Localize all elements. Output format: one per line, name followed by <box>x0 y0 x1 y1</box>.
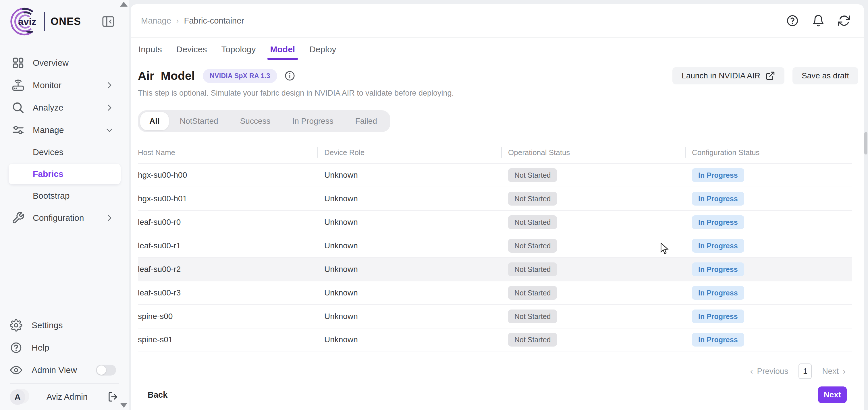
info-icon[interactable] <box>284 70 296 82</box>
column-header-host-name[interactable]: Host Name <box>138 147 317 158</box>
device-role-cell: Unknown <box>317 241 501 250</box>
table-row[interactable]: leaf-su00-r0 Unknown Not Started In Prog… <box>138 210 852 234</box>
breadcrumb-current: Fabric-container <box>184 16 244 26</box>
operational-status-badge: Not Started <box>508 286 557 300</box>
configuration-status-cell: In Progress <box>685 215 852 229</box>
refresh-icon[interactable] <box>838 14 851 27</box>
host-name-cell: spine-s01 <box>138 335 317 344</box>
admin-view-toggle[interactable] <box>96 365 116 376</box>
sidebar-item-label: Manage <box>33 125 64 135</box>
configuration-status-badge: In Progress <box>692 262 744 276</box>
pagination-next-chevron-icon: › <box>843 366 846 376</box>
table-row[interactable]: leaf-su00-r2 Unknown Not Started In Prog… <box>138 257 852 281</box>
operational-status-cell: Not Started <box>501 286 685 300</box>
chevron-right-icon <box>105 81 114 90</box>
vertical-scrollbar-thumb[interactable] <box>864 132 867 155</box>
pagination: ‹ Previous 1 Next › <box>138 364 846 379</box>
table-row[interactable]: spine-s00 Unknown Not Started In Progres… <box>138 304 852 328</box>
configuration-status-badge: In Progress <box>692 215 744 229</box>
title-actions: Launch in NVIDIA AIR Save as draft <box>673 67 858 85</box>
filter-all[interactable]: All <box>140 112 169 130</box>
configuration-status-cell: In Progress <box>685 333 852 347</box>
eye-icon <box>10 364 22 376</box>
sidebar-subitem-label: Bootstrap <box>33 191 69 201</box>
pagination-prev-chevron-icon: ‹ <box>750 366 753 376</box>
host-name-cell: leaf-su00-r3 <box>138 288 317 297</box>
sidebar-item-settings[interactable]: Settings <box>0 314 129 337</box>
next-button[interactable]: Next <box>818 386 847 403</box>
configuration-status-cell: In Progress <box>685 192 852 206</box>
table-row[interactable]: hgx-su00-h01 Unknown Not Started In Prog… <box>138 187 852 210</box>
device-role-cell: Unknown <box>317 265 501 274</box>
sidebar-item-overview[interactable]: Overview <box>0 52 129 74</box>
tab-devices[interactable]: Devices <box>176 43 208 60</box>
table-row[interactable]: hgx-su00-h00 Unknown Not Started In Prog… <box>138 163 852 187</box>
sidebar-item-label: Monitor <box>33 81 61 90</box>
pagination-previous[interactable]: Previous <box>757 367 788 376</box>
page-title: Air_Model <box>138 69 195 83</box>
sidebar-item-bootstrap[interactable]: Bootstrap <box>0 185 129 207</box>
configuration-status-badge: In Progress <box>692 310 744 323</box>
device-role-cell: Unknown <box>317 335 501 344</box>
column-header-operational-status[interactable]: Operational Status <box>501 147 685 158</box>
device-role-cell: Unknown <box>317 194 501 203</box>
device-role-cell: Unknown <box>317 312 501 321</box>
header-icons <box>786 14 851 27</box>
sidebar-item-analyze[interactable]: Analyze <box>0 96 129 119</box>
filter-notstarted[interactable]: NotStarted <box>169 112 229 130</box>
main-area: Manage › Fabric-container <box>129 0 868 410</box>
operational-status-cell: Not Started <box>501 310 685 323</box>
sidebar-collapse-icon[interactable] <box>101 14 116 29</box>
sidebar-item-label: Analyze <box>33 103 63 113</box>
column-header-configuration-status[interactable]: Configuration Status <box>685 147 852 158</box>
help-circle-icon[interactable] <box>786 14 799 27</box>
table-row[interactable]: leaf-su00-r1 Unknown Not Started In Prog… <box>138 234 852 257</box>
avatar[interactable]: A <box>10 389 28 405</box>
sidebar: aviz ONES Overview <box>0 0 129 410</box>
notification-bell-icon[interactable] <box>812 14 825 27</box>
tab-inputs[interactable]: Inputs <box>138 43 162 60</box>
operational-status-badge: Not Started <box>508 192 557 206</box>
step-description: This step is optional. Simulate your fab… <box>138 89 858 98</box>
pagination-next[interactable]: Next <box>822 367 839 376</box>
table-row[interactable]: leaf-su00-r3 Unknown Not Started In Prog… <box>138 281 852 304</box>
sidebar-item-manage[interactable]: Manage <box>0 119 129 141</box>
tab-model[interactable]: Model <box>270 43 296 60</box>
hosts-table: Host Name Device Role Operational Status… <box>138 142 852 351</box>
save-as-draft-button[interactable]: Save as draft <box>793 67 858 85</box>
filter-success[interactable]: Success <box>229 112 281 130</box>
breadcrumb: Manage › Fabric-container <box>141 16 244 26</box>
operational-status-badge: Not Started <box>508 333 557 347</box>
user-name: Aviz Admin <box>46 392 88 402</box>
operational-status-cell: Not Started <box>501 192 685 206</box>
operational-status-cell: Not Started <box>501 262 685 276</box>
filter-in-progress[interactable]: In Progress <box>281 112 344 130</box>
dashboard-icon <box>11 56 25 69</box>
sidebar-item-fabrics[interactable]: Fabrics <box>9 164 121 184</box>
user-row: A Aviz Admin <box>10 383 119 407</box>
breadcrumb-parent[interactable]: Manage <box>141 16 171 26</box>
tab-deploy[interactable]: Deploy <box>309 43 337 60</box>
logout-icon[interactable] <box>107 391 119 403</box>
sidebar-item-configuration[interactable]: Configuration <box>0 207 129 229</box>
launch-nvidia-air-button[interactable]: Launch in NVIDIA AIR <box>673 67 784 85</box>
sidebar-spacer <box>0 229 129 314</box>
column-header-device-role[interactable]: Device Role <box>317 147 501 158</box>
sidebar-item-help[interactable]: Help <box>0 337 129 359</box>
back-button[interactable]: Back <box>146 390 169 400</box>
tab-topology[interactable]: Topology <box>221 43 256 60</box>
pagination-page-1[interactable]: 1 <box>799 364 812 379</box>
filter-failed[interactable]: Failed <box>344 112 388 130</box>
configuration-status-badge: In Progress <box>692 333 744 347</box>
operational-status-badge: Not Started <box>508 239 557 253</box>
sidebar-scroll-up-icon[interactable] <box>120 2 127 7</box>
table-row[interactable]: spine-s01 Unknown Not Started In Progres… <box>138 328 852 351</box>
sidebar-item-devices[interactable]: Devices <box>0 141 129 163</box>
sidebar-item-monitor[interactable]: Monitor <box>0 74 129 96</box>
sidebar-item-admin-view[interactable]: Admin View <box>0 359 129 381</box>
help-circle-icon <box>10 341 22 354</box>
operational-status-cell: Not Started <box>501 239 685 253</box>
sidebar-scroll-down-icon[interactable] <box>120 403 127 408</box>
sidebar-item-label: Overview <box>33 58 69 68</box>
operational-status-badge: Not Started <box>508 215 557 229</box>
